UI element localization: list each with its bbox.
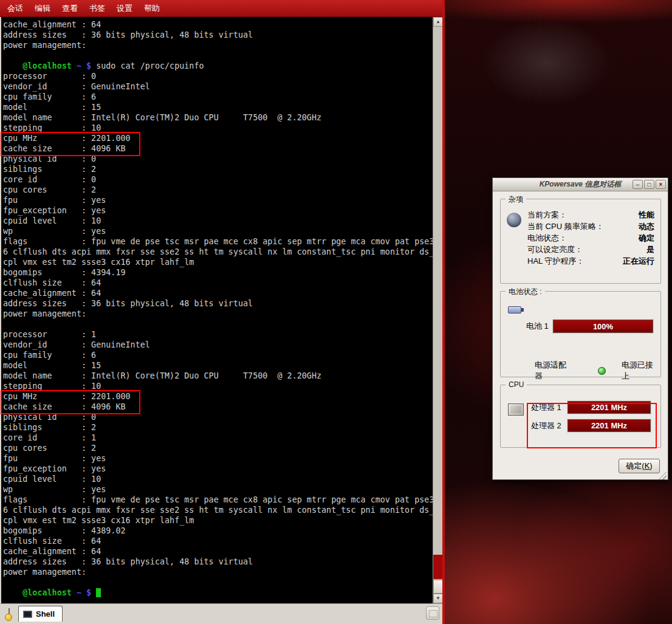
scroll-up-button[interactable] <box>433 17 443 27</box>
menu-item-1[interactable]: 会话 <box>2 2 28 15</box>
power-adapter-led-icon <box>598 367 606 375</box>
terminal-line: fpu_exception : yes <box>3 205 434 216</box>
terminal-line: cpuid level : 10 <box>3 216 434 226</box>
sleep-moon-icon <box>507 213 521 227</box>
cpu-chip-icon <box>508 403 524 416</box>
terminal-line: model name : Intel(R) Core(TM)2 Duo CPU … <box>3 371 434 381</box>
menu-item-5[interactable]: 设置 <box>112 2 137 15</box>
menu-item-6[interactable]: 帮助 <box>139 2 165 15</box>
terminal-text <box>3 61 22 70</box>
terminal-line: bogomips : 4394.19 <box>3 267 434 278</box>
terminal-text: cache size : 4096 KB <box>3 144 126 153</box>
terminal-line: siblings : 2 <box>3 422 434 433</box>
scrollbar-thumb[interactable] <box>433 580 443 594</box>
terminal-line: stepping : 10 <box>3 123 434 133</box>
terminal-text <box>91 588 96 597</box>
terminal-line: 6 clflush dts acpi mmx fxsr sse sse2 ss … <box>3 247 434 257</box>
cpu-label: 处理器 2 <box>531 420 567 431</box>
new-session-button[interactable] <box>2 606 16 620</box>
terminal-output: cache_alignment : 64address sizes : 36 b… <box>3 19 434 598</box>
menu-item-3[interactable]: 查看 <box>57 2 83 15</box>
kpowersave-dialog: KPowersave 信息对话框 – □ × 杂项 当前方案：性能当前 CPU … <box>492 177 668 480</box>
terminal-text: wp : yes <box>3 485 106 494</box>
terminal-line: model : 15 <box>3 102 434 112</box>
terminal-text: flags : fpu vme de pse tsc msr pae mce c… <box>3 495 434 504</box>
terminal-line: cache size : 4096 KB <box>3 402 434 412</box>
minimize-button[interactable]: – <box>633 180 643 189</box>
terminal-line: model : 15 <box>3 360 434 371</box>
tabbar-right-button[interactable] <box>426 606 439 620</box>
cpu-rows: 处理器 12201 MHz处理器 22201 MHz <box>531 401 651 437</box>
menu-item-2[interactable]: 编辑 <box>30 2 55 15</box>
terminal-line: address sizes : 36 bits physical, 48 bit… <box>3 30 434 40</box>
terminal-line: core id : 1 <box>3 433 434 443</box>
dialog-title-bar[interactable]: KPowersave 信息对话框 – □ × <box>493 178 668 191</box>
terminal-line: vendor_id : GenuineIntel <box>3 340 434 350</box>
terminal-line: address sizes : 36 bits physical, 48 bit… <box>3 298 434 309</box>
terminal-text: physical id : 0 <box>3 413 96 422</box>
terminal-text: cache_alignment : 64 <box>3 547 101 556</box>
menu-bar: 会话编辑查看书签设置帮助 <box>0 0 444 17</box>
terminal-line: clflush size : 64 <box>3 278 434 288</box>
terminal-viewport[interactable]: cache_alignment : 64address sizes : 36 b… <box>1 17 443 603</box>
terminal-line: address sizes : 36 bits physical, 48 bit… <box>3 557 434 567</box>
ac-adapter-row: 电源适配器 电源已接上 <box>535 360 660 382</box>
battery-progressbar: 100% <box>553 320 653 333</box>
terminal-text: cpu cores : 2 <box>3 444 96 453</box>
battery-label: 电池 1 <box>526 321 553 332</box>
terminal-line: power management: <box>3 40 434 50</box>
terminal-text: 6 clflush dts acpi mmx fxsr sse sse2 ss … <box>3 247 434 256</box>
terminal-text: physical id : 0 <box>3 154 96 163</box>
terminal-text: fpu_exception : yes <box>3 464 106 473</box>
terminal-line: model name : Intel(R) Core(TM)2 Duo CPU … <box>3 112 434 123</box>
terminal-line: wp : yes <box>3 484 434 495</box>
terminal-text: core id : 0 <box>3 175 96 184</box>
terminal-text: core id : 1 <box>3 433 96 442</box>
terminal-text: model : 15 <box>3 361 101 370</box>
terminal-text: model : 15 <box>3 103 101 112</box>
terminal-text: vendor_id : GenuineIntel <box>3 82 150 91</box>
terminal-line: cpl vmx est tm2 ssse3 cx16 xtpr lahf_lm <box>3 515 434 526</box>
terminal-text: cpu cores : 2 <box>3 185 96 194</box>
terminal-line <box>3 50 434 61</box>
terminal-text: siblings : 2 <box>3 423 96 432</box>
info-label: 当前 CPU 频率策略： <box>527 221 604 232</box>
cpu-label: 处理器 1 <box>531 402 567 413</box>
cpu-row-2: 处理器 22201 MHz <box>531 419 651 432</box>
terminal-line: cache_alignment : 64 <box>3 19 434 30</box>
group-battery-legend: 电池状态 : <box>506 287 545 297</box>
tab-shell[interactable]: Shell <box>18 606 63 622</box>
terminal-line: cpu MHz : 2201.000 <box>3 391 434 402</box>
terminal-scrollbar[interactable] <box>433 17 443 603</box>
ac-adapter-status: 电源已接上 <box>622 360 660 382</box>
terminal-line: flags : fpu vme de pse tsc msr pae mce c… <box>3 236 434 247</box>
battery-icon <box>508 306 521 314</box>
terminal-text: @localhost <box>22 588 72 597</box>
menu-item-4[interactable]: 书签 <box>84 2 110 15</box>
terminal-text: fpu : yes <box>3 454 106 463</box>
maximize-button[interactable]: □ <box>644 180 654 189</box>
scrollbar-marker <box>433 555 443 579</box>
terminal-line: physical id : 0 <box>3 154 434 164</box>
info-label: HAL 守护程序： <box>527 256 584 267</box>
info-label: 当前方案： <box>527 210 567 221</box>
cpu-frequency-bar: 2201 MHz <box>567 401 651 414</box>
terminal-text: stepping : 10 <box>3 382 101 391</box>
group-misc-legend: 杂项 <box>506 194 526 205</box>
terminal-text: model name : Intel(R) Core(TM)2 Duo CPU … <box>3 113 321 122</box>
misc-rows: 当前方案：性能当前 CPU 频率策略：动态电池状态：确定可以设定亮度：是HAL … <box>527 209 654 267</box>
info-value: 性能 <box>639 210 654 221</box>
resize-grip[interactable] <box>659 471 667 479</box>
terminal-text: stepping : 10 <box>3 123 101 132</box>
terminal-line <box>3 319 434 329</box>
ok-button[interactable]: 确定(K) <box>619 459 660 473</box>
battery-row: 电池 1 100% <box>526 320 653 333</box>
cpu-row-1: 处理器 12201 MHz <box>531 401 651 414</box>
terminal-text <box>3 588 22 597</box>
info-value: 正在运行 <box>623 256 654 267</box>
close-button[interactable]: × <box>656 180 666 189</box>
info-label: 电池状态： <box>527 233 567 244</box>
terminal-line: bogomips : 4389.02 <box>3 526 434 536</box>
scroll-down-button[interactable] <box>433 594 443 603</box>
terminal-icon <box>23 611 32 618</box>
